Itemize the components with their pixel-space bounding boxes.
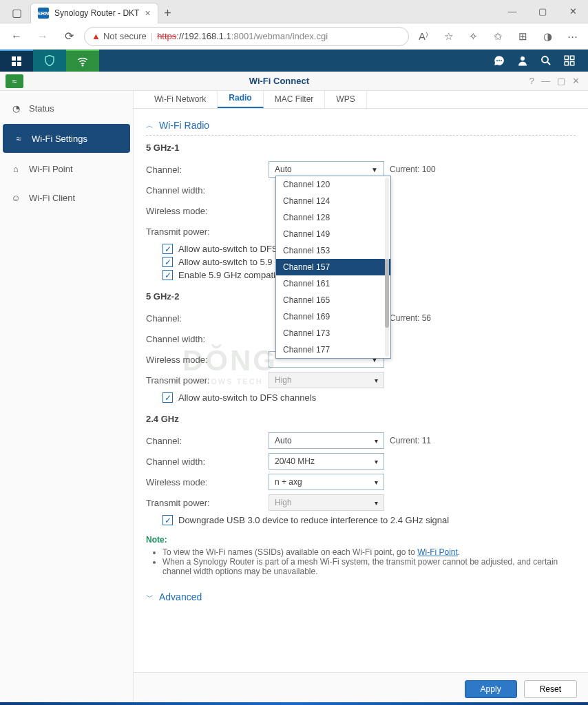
new-tab-button[interactable]: + <box>158 4 178 23</box>
wifi-point-link[interactable]: Wi-Fi Point <box>417 547 458 557</box>
url-path: :8001/webman/index.cgi <box>231 31 328 41</box>
sidebar-item-label: Wi-Fi Client <box>29 193 75 203</box>
close-tab-icon[interactable]: × <box>145 8 150 19</box>
label-channel: Channel: <box>146 165 269 175</box>
bottom-accent <box>0 702 588 705</box>
label-transmit-power: Transmit power: <box>146 375 269 386</box>
browser-tab[interactable]: SRM Synology Router - DKT × <box>30 3 158 23</box>
dropdown-item[interactable]: Channel 169 <box>276 308 390 325</box>
dropdown-item[interactable]: Channel 177 <box>276 341 390 358</box>
help-icon[interactable]: ? <box>529 76 534 86</box>
svg-rect-10 <box>565 56 568 59</box>
search-icon[interactable] <box>537 52 555 70</box>
chevron-down-icon: ﹀ <box>146 592 154 602</box>
wifi-icon: ≈ <box>12 132 25 145</box>
chevron-down-icon: ▼ <box>371 166 378 173</box>
clock-icon: ◔ <box>10 102 22 114</box>
minimize-button[interactable]: — <box>497 1 527 22</box>
profile-icon[interactable]: ◑ <box>537 26 558 47</box>
back-button[interactable]: ← <box>6 25 28 48</box>
chevron-down-icon: ▾ <box>375 437 378 445</box>
label-channel-width: Channel width: <box>146 334 269 344</box>
maximize-button[interactable]: ▢ <box>527 1 558 22</box>
label-channel: Channel: <box>146 313 269 324</box>
dropdown-item-selected[interactable]: Channel 157 <box>276 259 390 275</box>
forward-button[interactable]: → <box>32 25 54 48</box>
collections-icon[interactable]: ⊞ <box>512 26 533 47</box>
sidebar-item-wifi-point[interactable]: ⌂ Wi-Fi Point <box>0 154 133 183</box>
win-minimize-icon[interactable]: — <box>541 76 550 86</box>
check-icon: ✓ <box>162 244 173 254</box>
current-5ghz2-channel: Current: 56 <box>390 313 431 323</box>
checkbox-dfs-5ghz2[interactable]: ✓Allow auto-switch to DFS channels <box>162 392 576 403</box>
svg-rect-3 <box>17 62 21 66</box>
check-icon: ✓ <box>162 270 173 280</box>
insecure-badge: ▲ Not secure <box>92 31 147 41</box>
dropdown-item[interactable]: Channel 165 <box>276 292 390 308</box>
select-24ghz-channel[interactable]: Auto▾ <box>269 432 384 449</box>
svg-rect-0 <box>12 56 16 61</box>
url-host: ://192.168.1.1 <box>176 31 231 41</box>
label-transmit-power: Transmit power: <box>146 227 269 237</box>
app-grid-icon[interactable] <box>0 50 33 72</box>
app-wifi-icon[interactable] <box>66 50 99 72</box>
favorite-icon[interactable]: ☆ <box>438 26 459 47</box>
tab-radio[interactable]: Radio <box>218 91 263 108</box>
tab-wifi-network[interactable]: Wi-Fi Network <box>143 91 218 108</box>
svg-rect-11 <box>571 56 574 59</box>
dropdown-item[interactable]: Channel 161 <box>276 275 390 292</box>
sidebar-item-label: Wi-Fi Settings <box>32 134 87 144</box>
dropdown-item[interactable]: Channel 149 <box>276 226 390 242</box>
chevron-up-icon: ︿ <box>146 120 154 131</box>
checkbox-downgrade-usb3[interactable]: ✓Downgrade USB 3.0 device to reduce inte… <box>162 515 576 525</box>
win-maximize-icon[interactable]: ▢ <box>557 76 565 86</box>
tab-actions-icon[interactable]: ▢ <box>6 3 28 23</box>
label-channel: Channel: <box>146 436 269 446</box>
browser-titlebar: ▢ SRM Synology Router - DKT × + — ▢ ✕ <box>0 0 588 23</box>
section-wifi-radio-toggle[interactable]: ︿ Wi-Fi Radio <box>146 116 576 136</box>
dropdown-scrollbar-thumb[interactable] <box>385 259 389 328</box>
dropdown-item[interactable]: Channel 153 <box>276 242 390 259</box>
reset-button[interactable]: Reset <box>524 680 577 698</box>
apply-button[interactable]: Apply <box>465 680 517 698</box>
label-wireless-mode: Wireless mode: <box>146 477 269 487</box>
label-wireless-mode: Wireless mode: <box>146 355 269 365</box>
select-24ghz-mode[interactable]: n + axg▾ <box>269 474 384 490</box>
tabs: Wi-Fi Network Radio MAC Filter WPS <box>134 91 588 109</box>
refresh-button[interactable]: ⟳ <box>58 25 80 48</box>
sidebar-item-wifi-client[interactable]: ☺ Wi-Fi Client <box>0 183 133 212</box>
address-bar[interactable]: ▲ Not secure | https://192.168.1.1:8001/… <box>84 27 409 46</box>
svg-rect-2 <box>12 62 16 66</box>
section-header: Wi-Fi Radio <box>159 120 209 131</box>
dropdown-item[interactable]: Channel 120 <box>276 176 390 193</box>
read-aloud-icon[interactable]: A⁾ <box>413 26 434 47</box>
tab-mac-filter[interactable]: MAC Filter <box>264 91 326 108</box>
svg-point-9 <box>542 56 548 63</box>
close-window-button[interactable]: ✕ <box>558 1 588 22</box>
favorites-bar-icon[interactable]: ✩ <box>487 26 508 47</box>
user-icon[interactable] <box>514 52 532 70</box>
dropdown-item[interactable]: Channel 128 <box>276 209 390 226</box>
svg-point-8 <box>521 56 525 61</box>
win-close-icon[interactable]: ✕ <box>572 76 580 86</box>
menu-icon[interactable]: ⋯ <box>562 26 582 47</box>
favicon-icon: SRM <box>38 8 49 19</box>
app-shield-icon[interactable] <box>33 50 66 72</box>
dropdown-item[interactable]: Channel 124 <box>276 193 390 209</box>
svg-rect-12 <box>565 62 568 65</box>
widgets-icon[interactable] <box>560 52 578 70</box>
section-5ghz1-title: 5 GHz-1 <box>146 143 576 153</box>
window-title: Wi-Fi Connect <box>29 76 529 86</box>
section-advanced-toggle[interactable]: ﹀ Advanced <box>146 587 576 607</box>
sidebar-item-status[interactable]: ◔ Status <box>0 94 133 123</box>
tab-wps[interactable]: WPS <box>325 91 366 108</box>
url-protocol: https <box>157 31 176 41</box>
extensions-icon[interactable]: ✧ <box>463 26 483 47</box>
label-channel-width: Channel width: <box>146 185 269 196</box>
chat-icon[interactable] <box>490 52 508 70</box>
dropdown-item[interactable]: Channel 173 <box>276 325 390 341</box>
sidebar-item-wifi-settings[interactable]: ≈ Wi-Fi Settings <box>3 124 130 153</box>
select-24ghz-width[interactable]: 20/40 MHz▾ <box>269 453 384 470</box>
sidebar-item-label: Wi-Fi Point <box>29 164 73 174</box>
channel-dropdown[interactable]: Channel 120 Channel 124 Channel 128 Chan… <box>275 176 391 359</box>
